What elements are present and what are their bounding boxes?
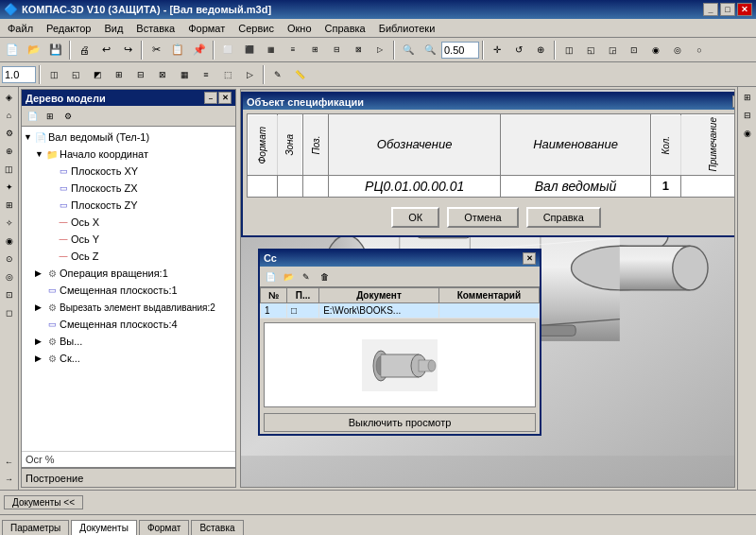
lt9[interactable]: ◉ xyxy=(1,233,18,250)
t2b2[interactable]: ◱ xyxy=(65,64,86,85)
menu-file[interactable]: Файл xyxy=(2,22,39,35)
t2b9[interactable]: ⬚ xyxy=(217,64,238,85)
tb9[interactable]: ◫ xyxy=(558,40,579,60)
print-btn[interactable]: 🖨 xyxy=(74,40,94,60)
tree-vy[interactable]: ▶ ⚙ Вы... xyxy=(24,333,233,350)
menu-format[interactable]: Формат xyxy=(182,22,231,35)
t2b7[interactable]: ▦ xyxy=(174,64,195,85)
tree-zy[interactable]: ▭ Плоскость ZY xyxy=(24,197,233,214)
t2b10[interactable]: ▷ xyxy=(239,64,260,85)
close-btn[interactable]: ✕ xyxy=(737,3,752,16)
tree-oy[interactable]: — Ось Y xyxy=(24,231,233,248)
tb7[interactable]: ⊠ xyxy=(348,40,369,60)
tab-format[interactable]: Формат xyxy=(139,520,190,535)
open-btn[interactable]: 📂 xyxy=(24,40,44,60)
file-disable-btn[interactable]: Выключить просмотр xyxy=(264,413,536,432)
spec-close-btn[interactable]: ✕ xyxy=(732,95,735,108)
lt14[interactable]: ← xyxy=(1,454,18,471)
docs-panel-btn[interactable]: Документы << xyxy=(4,495,83,509)
rotate-btn[interactable]: ↺ xyxy=(508,40,529,60)
t2b11[interactable]: ✎ xyxy=(267,64,288,85)
save-btn[interactable]: 💾 xyxy=(45,40,66,60)
spec-help-btn[interactable]: Справка xyxy=(526,207,601,228)
menu-service[interactable]: Сервис xyxy=(232,22,280,35)
ft3[interactable]: ✎ xyxy=(298,268,315,285)
tb2[interactable]: ⬛ xyxy=(239,40,260,60)
tab-docs[interactable]: Документы xyxy=(71,520,137,535)
t2b12[interactable]: 📏 xyxy=(289,64,310,85)
tab-insert[interactable]: Вставка xyxy=(191,520,243,535)
spec-ok-btn[interactable]: ОК xyxy=(391,207,439,228)
tree-cut2[interactable]: ▶ ⚙ Вырезать элемент выдавливания:2 xyxy=(24,299,233,316)
st2[interactable]: ⊞ xyxy=(42,108,59,125)
lt11[interactable]: ◎ xyxy=(1,268,18,285)
spec-cancel-btn[interactable]: Отмена xyxy=(447,207,518,228)
new-btn[interactable]: 📄 xyxy=(2,40,23,60)
tree-op1[interactable]: ▶ ⚙ Операция вращения:1 xyxy=(24,265,233,282)
lt13[interactable]: ◻ xyxy=(1,304,18,321)
move-btn[interactable]: ✛ xyxy=(487,40,507,60)
lt2[interactable]: ⌂ xyxy=(1,107,18,124)
tb13[interactable]: ◉ xyxy=(645,40,666,60)
menu-libs[interactable]: Библиотеки xyxy=(373,22,441,35)
lt10[interactable]: ⊙ xyxy=(1,250,18,268)
paste-btn[interactable]: 📌 xyxy=(189,40,210,60)
tb1[interactable]: ⬜ xyxy=(217,40,238,60)
menu-help[interactable]: Справка xyxy=(319,22,371,35)
tb4[interactable]: ≡ xyxy=(283,40,303,60)
menu-window[interactable]: Окно xyxy=(282,22,318,35)
scale-input[interactable] xyxy=(2,66,36,83)
lt4[interactable]: ⊕ xyxy=(1,143,18,160)
tree-root[interactable]: ▼ 📄 Вал ведомый (Тел-1) xyxy=(24,129,233,146)
menu-view[interactable]: Вид xyxy=(98,22,129,35)
sidebar-pin-btn[interactable]: – xyxy=(204,92,217,104)
st3[interactable]: ⚙ xyxy=(60,108,77,125)
copy-btn[interactable]: 📋 xyxy=(167,40,188,60)
maximize-btn[interactable]: □ xyxy=(720,3,735,16)
lt12[interactable]: ⊡ xyxy=(1,286,18,303)
tree-sp1[interactable]: ▭ Смещенная плоскость:1 xyxy=(24,282,233,299)
tree-ox[interactable]: — Ось X xyxy=(24,214,233,231)
lt3[interactable]: ⚙ xyxy=(1,125,18,142)
cut-btn[interactable]: ✂ xyxy=(146,40,166,60)
tb15[interactable]: ○ xyxy=(689,40,710,60)
tb14[interactable]: ◎ xyxy=(667,40,688,60)
redo-btn[interactable]: ↪ xyxy=(117,40,138,60)
lt15[interactable]: → xyxy=(1,471,18,488)
menu-insert[interactable]: Вставка xyxy=(130,22,180,35)
tab-params[interactable]: Параметры xyxy=(2,520,69,535)
minimize-btn[interactable]: _ xyxy=(703,3,718,16)
t2b8[interactable]: ≡ xyxy=(196,64,216,85)
t2b3[interactable]: ◩ xyxy=(87,64,108,85)
tb12[interactable]: ⊡ xyxy=(624,40,644,60)
sidebar-close-btn[interactable]: ✕ xyxy=(218,92,232,104)
st1[interactable]: 📄 xyxy=(24,108,41,125)
tree-sp4[interactable]: ▭ Смещенная плоскость:4 xyxy=(24,316,233,333)
tb5[interactable]: ⊞ xyxy=(304,40,325,60)
rt3[interactable]: ◉ xyxy=(739,125,756,142)
ft2[interactable]: 📂 xyxy=(280,268,297,285)
pan-btn[interactable]: ⊕ xyxy=(530,40,551,60)
file-close-btn[interactable]: ✕ xyxy=(523,252,536,265)
tree-zx[interactable]: ▭ Плоскость ZX xyxy=(24,180,233,197)
ft4[interactable]: 🗑 xyxy=(316,268,333,285)
lt1[interactable]: ◈ xyxy=(1,89,18,106)
tb3[interactable]: ▦ xyxy=(261,40,282,60)
lt6[interactable]: ✦ xyxy=(1,179,18,196)
tree-sk[interactable]: ▶ ⚙ Ск... xyxy=(24,350,233,367)
tb8[interactable]: ▷ xyxy=(369,40,390,60)
zoom-input[interactable] xyxy=(441,42,479,59)
t2b6[interactable]: ⊠ xyxy=(152,64,173,85)
t2b4[interactable]: ⊞ xyxy=(109,64,129,85)
lt7[interactable]: ⊞ xyxy=(1,197,18,214)
zoom-in-btn[interactable]: 🔍 xyxy=(398,40,419,60)
tb11[interactable]: ◲ xyxy=(602,40,623,60)
t2b5[interactable]: ⊟ xyxy=(130,64,151,85)
lt8[interactable]: ✧ xyxy=(1,215,18,232)
zoom-out-btn[interactable]: 🔍 xyxy=(420,40,440,60)
rt1[interactable]: ⊞ xyxy=(739,89,756,106)
ft1[interactable]: 📄 xyxy=(262,268,279,285)
lt5[interactable]: ◫ xyxy=(1,161,18,178)
rt2[interactable]: ⊟ xyxy=(739,107,756,124)
tb6[interactable]: ⊟ xyxy=(326,40,347,60)
